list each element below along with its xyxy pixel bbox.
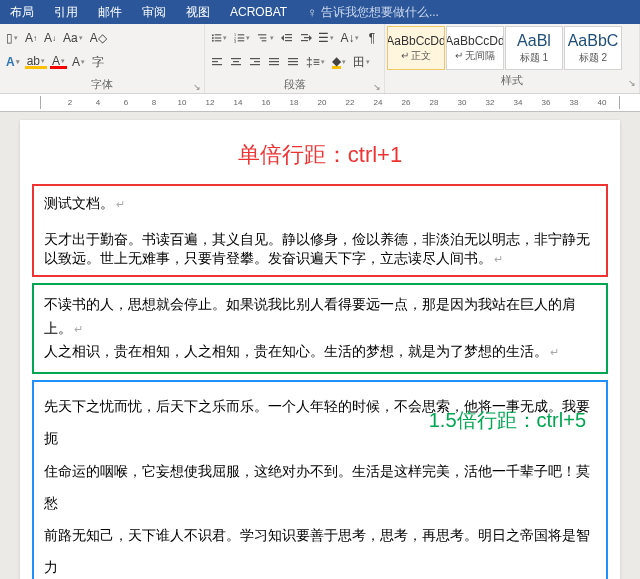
align-left-icon [211,56,223,68]
svg-rect-9 [238,37,245,38]
svg-rect-1 [215,34,222,35]
svg-rect-32 [269,64,279,65]
align-right-icon [249,56,261,68]
ribbon-tabs: 布局 引用 邮件 审阅 视图 ACROBAT ♀ 告诉我您想要做什么... [0,0,640,24]
char-shading-button[interactable]: A [70,54,87,70]
svg-rect-12 [258,34,266,35]
style-heading1[interactable]: AaBl 标题 1 [505,26,563,70]
decrease-indent-button[interactable] [279,30,295,46]
svg-rect-31 [269,61,279,62]
multilevel-icon [257,32,268,44]
svg-rect-22 [212,61,218,62]
indent-icon [300,32,312,44]
text-line: 天才出于勤奋。书读百遍，其义自见。静以修身，俭以养德，非淡泊无以明志，非宁静无以… [44,231,590,265]
horizontal-ruler[interactable]: 2 4 6 8 10 12 14 16 18 20 22 24 26 28 30… [0,94,640,112]
svg-rect-3 [215,37,222,38]
text-line: 前路无知己，天下谁人不识君。学习知识要善于思考，思考，再思考。明日之帝国将是智力 [44,519,596,579]
tell-me-search[interactable]: ♀ 告诉我您想要做什么... [307,4,439,21]
align-left-button[interactable] [209,54,225,70]
svg-text:3: 3 [234,40,236,44]
numbering-icon: 123 [234,32,245,44]
ribbon: ▯ A↑ A↓ Aa A◇ A ab A A 字 字体↘ 123 [0,24,640,94]
svg-point-0 [212,34,214,36]
font-dialog-launcher[interactable]: ↘ [193,82,201,92]
paragraph-1_5-spacing[interactable]: 不读书的人，思想就会停止。如果说我比别人看得要远一点，那是因为我站在巨人的肩上。… [32,283,608,374]
align-center-icon [230,56,242,68]
svg-rect-20 [301,40,308,41]
annotation-single-spacing: 单倍行距：ctrl+1 [20,140,620,170]
group-styles: AaBbCcDd ↵ 正文 AaBbCcDd ↵ 无间隔 AaBl 标题 1 A… [385,24,640,93]
text-effect-button[interactable]: A [4,54,22,70]
svg-rect-16 [285,37,292,38]
align-right-button[interactable] [247,54,263,70]
outdent-icon [281,32,293,44]
increase-indent-button[interactable] [298,30,314,46]
tab-references[interactable]: 引用 [44,0,88,24]
grow-font-button[interactable]: A↑ [23,30,39,46]
group-styles-label: 样式↘ [385,72,639,89]
svg-rect-26 [231,64,241,65]
document-page[interactable]: 单倍行距：ctrl+1 测试文档。 天才出于勤奋。书读百遍，其义自见。静以修身，… [20,120,620,579]
tell-me-placeholder: 告诉我您想要做什么... [321,4,439,21]
clear-formatting-button[interactable]: A◇ [88,30,109,46]
svg-rect-17 [285,40,292,41]
distributed-icon [287,56,299,68]
svg-point-4 [212,40,214,42]
style-normal[interactable]: AaBbCcDd ↵ 正文 [387,26,445,70]
font-color-button[interactable]: A [50,55,67,69]
svg-rect-11 [238,40,245,41]
svg-rect-30 [269,58,279,59]
svg-rect-34 [288,61,298,62]
page-area: 单倍行距：ctrl+1 测试文档。 天才出于勤奋。书读百遍，其义自见。静以修身，… [0,112,640,579]
asian-layout-button[interactable]: ☰ [317,30,336,46]
text-line: 住命运的咽喉，它妄想使我屈服，这绝对办不到。生活是这样完美，活他一千辈子吧！莫愁 [44,455,596,519]
text-line: 不读书的人，思想就会停止。如果说我比别人看得要远一点，那是因为我站在巨人的肩上。 [44,293,596,341]
svg-rect-5 [215,40,222,41]
enclose-chars-button[interactable]: 字 [90,54,106,70]
bullets-button[interactable] [209,30,229,46]
style-heading2[interactable]: AaBbC 标题 2 [564,26,622,70]
font-size-dropdown[interactable]: ▯ [4,30,20,46]
line-spacing-button[interactable]: ‡≡ [304,54,327,70]
highlight-color-button[interactable]: ab [25,55,47,69]
svg-rect-13 [260,37,267,38]
group-paragraph: 123 ☰ A↓ ¶ ‡≡ ◆ 田 段落↘ [205,24,385,93]
style-gallery[interactable]: AaBbCcDd ↵ 正文 AaBbCcDd ↵ 无间隔 AaBl 标题 1 A… [385,24,639,72]
bulb-icon: ♀ [307,5,317,20]
borders-button[interactable]: 田 [351,54,372,70]
change-case-button[interactable]: Aa [61,30,85,46]
style-no-spacing[interactable]: AaBbCcDd ↵ 无间隔 [446,26,504,70]
paragraph-single-spacing[interactable]: 测试文档。 天才出于勤奋。书读百遍，其义自见。静以修身，俭以养德，非淡泊无以明志… [32,184,608,277]
align-justify-button[interactable] [266,54,282,70]
distributed-button[interactable] [285,54,301,70]
sort-button[interactable]: A↓ [339,30,361,46]
svg-rect-18 [301,34,308,35]
tab-layout[interactable]: 布局 [0,0,44,24]
svg-rect-14 [262,40,267,41]
align-center-button[interactable] [228,54,244,70]
multilevel-list-button[interactable] [255,30,275,46]
tab-mailings[interactable]: 邮件 [88,0,132,24]
svg-rect-7 [238,34,245,35]
svg-rect-15 [285,34,292,35]
svg-rect-33 [288,58,298,59]
tab-review[interactable]: 审阅 [132,0,176,24]
text-line: 测试文档。 [44,194,596,212]
svg-rect-24 [231,58,241,59]
tab-view[interactable]: 视图 [176,0,220,24]
group-paragraph-label: 段落↘ [205,76,384,93]
shrink-font-button[interactable]: A↓ [42,30,58,46]
tab-acrobat[interactable]: ACROBAT [220,0,297,24]
show-marks-button[interactable]: ¶ [364,30,380,46]
svg-rect-29 [250,64,260,65]
styles-dialog-launcher[interactable]: ↘ [628,78,636,88]
bullets-icon [211,32,222,44]
shading-button[interactable]: ◆ [330,54,348,70]
group-font-label: 字体↘ [0,76,204,93]
svg-rect-25 [233,61,239,62]
numbering-button[interactable]: 123 [232,30,252,46]
group-font: ▯ A↑ A↓ Aa A◇ A ab A A 字 字体↘ [0,24,205,93]
svg-rect-28 [254,61,260,62]
svg-point-2 [212,37,214,39]
paragraph-dialog-launcher[interactable]: ↘ [373,82,381,92]
